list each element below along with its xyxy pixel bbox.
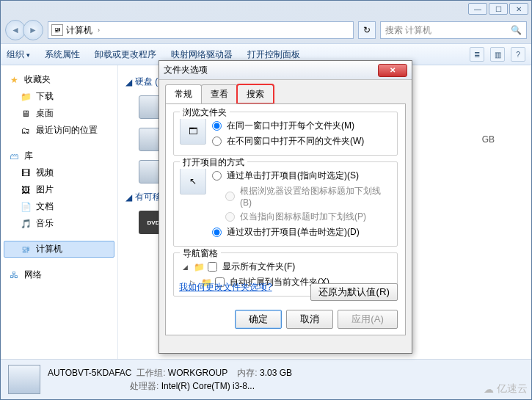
search-placeholder: 搜索 计算机 (385, 24, 431, 37)
click-icon: ↖ (180, 168, 206, 194)
click-behavior-group: 打开项目的方式 ↖ 通过单击打开项目(指向时选定)(S) 根据浏览器设置给图标标… (173, 161, 398, 247)
radio-underline-browser: 根据浏览器设置给图标标题加下划线(B) (212, 183, 391, 209)
status-bar: AUTOBVT-5KDAFAC 工作组: WORKGROUP 内存: 3.03 … (1, 359, 531, 399)
refresh-button[interactable]: ↻ (358, 21, 376, 39)
tab-search[interactable]: 搜索 (237, 84, 274, 103)
folder-icon: 📁 (20, 91, 32, 103)
status-text: AUTOBVT-5KDAFAC 工作组: WORKGROUP 内存: 3.03 … (48, 366, 292, 393)
navpane-legend: 导航窗格 (180, 247, 221, 260)
help-link[interactable]: 我如何更改文件夹选项? (179, 281, 272, 294)
drive-size: GB (482, 134, 524, 145)
check-show-all-folders[interactable]: ◢📁显示所有文件夹(F) (183, 259, 391, 274)
recent-icon: 🗂 (20, 125, 32, 137)
sidebar-item-pictures[interactable]: 🖼图片 (4, 181, 114, 198)
ok-button[interactable]: 确定 (235, 310, 282, 329)
system-properties-button[interactable]: 系统属性 (45, 48, 80, 61)
document-icon: 📄 (20, 201, 32, 213)
sidebar-item-downloads[interactable]: 📁下载 (4, 88, 114, 105)
maximize-button[interactable]: ☐ (489, 3, 508, 15)
computer-thumbnail (8, 365, 40, 394)
titlebar: — ☐ ✕ (1, 1, 531, 17)
apply-button[interactable]: 应用(A) (338, 310, 398, 329)
control-panel-button[interactable]: 打开控制面板 (247, 48, 300, 61)
minimize-button[interactable]: — (468, 3, 487, 15)
dialog-title: 文件夹选项 (164, 64, 208, 76)
dialog-titlebar[interactable]: 文件夹选项 ✕ (159, 61, 412, 80)
sidebar: ★收藏夹 📁下载 🖥桌面 🗂最近访问的位置 🗃库 🎞视频 🖼图片 📄文档 🎵音乐… (1, 65, 118, 359)
restore-defaults-button[interactable]: 还原为默认值(R) (310, 283, 398, 301)
map-drive-button[interactable]: 映射网络驱动器 (171, 48, 233, 61)
help-button[interactable]: ? (511, 47, 525, 62)
sidebar-libraries[interactable]: 🗃库 (4, 148, 114, 164)
search-input[interactable]: 搜索 计算机 🔍 (380, 21, 527, 39)
music-icon: 🎵 (20, 218, 32, 230)
video-icon: 🎞 (20, 167, 32, 179)
cancel-button[interactable]: 取消 (286, 310, 333, 329)
tab-view[interactable]: 查看 (201, 84, 238, 103)
forward-button[interactable]: ► (23, 20, 43, 40)
radio-underline-hover: 仅当指向图标标题时加下划线(P) (212, 209, 391, 225)
desktop-icon: 🖥 (20, 108, 32, 120)
uninstall-button[interactable]: 卸载或更改程序 (95, 48, 156, 61)
sidebar-item-computer[interactable]: 🖳计算机 (4, 241, 114, 258)
tab-general[interactable]: 常规 (165, 84, 202, 103)
folder-options-dialog: 文件夹选项 ✕ 常规 查看 搜索 浏览文件夹 🗔 在同一窗口中打开每个文件夹(M… (158, 60, 412, 354)
tab-panel-general: 浏览文件夹 🗔 在同一窗口中打开每个文件夹(M) 在不同窗口中打开不同的文件夹(… (165, 103, 406, 335)
folder-icon: 📁 (193, 261, 205, 273)
organize-menu[interactable]: 组织 (7, 48, 30, 61)
sidebar-item-network[interactable]: 🖧网络 (4, 266, 114, 283)
address-location: 计算机 (66, 24, 92, 37)
radio-double-click[interactable]: 通过双击打开项目(单击时选定)(D) (212, 225, 391, 240)
search-icon: 🔍 (511, 25, 522, 35)
browse-legend: 浏览文件夹 (180, 106, 230, 119)
breadcrumb-sep[interactable]: › (95, 26, 102, 34)
preview-pane-button[interactable]: ▥ (490, 47, 505, 62)
computer-icon: 🖳 (20, 244, 32, 255)
tab-strip: 常规 查看 搜索 (159, 80, 412, 103)
sidebar-item-videos[interactable]: 🎞视频 (4, 164, 114, 181)
dialog-close-button[interactable]: ✕ (378, 64, 407, 77)
address-bar[interactable]: 🖳 计算机 › (48, 21, 354, 39)
sidebar-favorites[interactable]: ★收藏夹 (4, 71, 114, 88)
close-button[interactable]: ✕ (509, 3, 528, 15)
star-icon: ★ (8, 74, 20, 86)
view-mode-button[interactable]: ≣ (470, 47, 484, 62)
radio-own-window[interactable]: 在不同窗口中打开不同的文件夹(W) (212, 134, 391, 149)
radio-single-click[interactable]: 通过单击打开项目(指向时选定)(S) (212, 168, 391, 183)
sidebar-item-music[interactable]: 🎵音乐 (4, 215, 114, 232)
sidebar-item-recent[interactable]: 🗂最近访问的位置 (4, 122, 114, 139)
click-legend: 打开项目的方式 (180, 156, 247, 169)
browse-icon: 🗔 (180, 118, 206, 145)
nav-row: ◄ ► 🖳 计算机 › ↻ 搜索 计算机 🔍 (1, 17, 531, 43)
library-icon: 🗃 (8, 150, 20, 162)
computer-icon: 🖳 (51, 24, 63, 36)
sidebar-item-desktop[interactable]: 🖥桌面 (4, 105, 114, 122)
picture-icon: 🖼 (20, 184, 32, 196)
radio-same-window[interactable]: 在同一窗口中打开每个文件夹(M) (212, 118, 391, 134)
network-icon: 🖧 (8, 269, 20, 281)
browse-folders-group: 浏览文件夹 🗔 在同一窗口中打开每个文件夹(M) 在不同窗口中打开不同的文件夹(… (173, 112, 398, 156)
sidebar-item-documents[interactable]: 📄文档 (4, 198, 114, 215)
